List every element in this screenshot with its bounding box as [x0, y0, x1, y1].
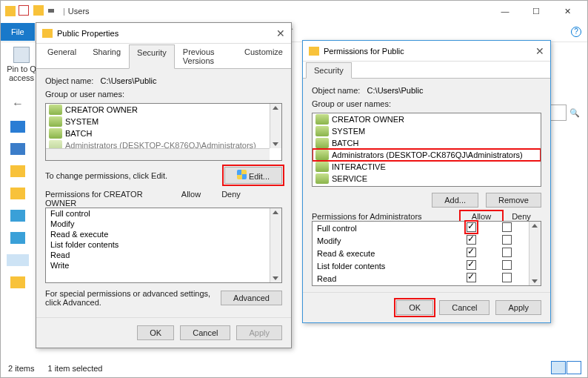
advanced-button[interactable]: Advanced [221, 291, 282, 305]
selection-count: 1 item selected [47, 364, 102, 373]
group-icon [315, 173, 329, 184]
add-button[interactable]: Add... [432, 193, 478, 208]
tab-previous-versions[interactable]: Previous Versions [175, 44, 236, 68]
group-icon [315, 150, 329, 160]
group-icon [315, 114, 329, 125]
search-icon[interactable]: 🔍 [569, 108, 580, 118]
deny-read-checkbox[interactable] [502, 273, 512, 282]
folder-icon [309, 47, 319, 56]
close-button[interactable]: ✕ [552, 2, 583, 20]
scrollbar-vertical[interactable] [270, 104, 281, 148]
tab-general[interactable]: General [39, 44, 84, 68]
remove-button[interactable]: Remove [486, 193, 541, 208]
permissions-for-label: Permissions for Administrators [312, 212, 461, 221]
allow-read-execute-checkbox[interactable] [467, 248, 476, 257]
thispc-icon[interactable] [10, 143, 25, 155]
tab-customize[interactable]: Customize [236, 44, 291, 68]
pin-quick-access[interactable]: Pin to Q access [5, 47, 38, 82]
allow-list-folder-checkbox[interactable] [467, 260, 476, 270]
permissions-list: Full control Modify Read & execute List … [312, 221, 541, 286]
object-path: C:\Users\Public [101, 76, 157, 85]
file-tab[interactable]: File [1, 23, 35, 41]
scrollbar-vertical[interactable] [270, 208, 281, 282]
selected-folder[interactable] [7, 254, 29, 266]
group-icon [49, 105, 62, 115]
qa-folder-icon[interactable] [33, 5, 44, 16]
details-view-icon[interactable] [551, 361, 566, 374]
allow-modify-checkbox[interactable] [467, 235, 476, 245]
object-name-label: Object name: [45, 76, 93, 85]
shield-icon [237, 170, 247, 179]
folder-icon[interactable] [10, 188, 25, 199]
folder-icon [5, 6, 16, 16]
folder-icon[interactable] [10, 165, 25, 177]
deny-header: Deny [501, 212, 541, 221]
allow-header: Allow [461, 212, 501, 221]
group-icon [315, 138, 329, 148]
folder-icon [42, 29, 53, 38]
maximize-button[interactable]: ☐ [521, 2, 552, 20]
object-path: C:\Users\Public [367, 86, 424, 95]
tab-security[interactable]: Security [306, 62, 352, 79]
status-bar: 2 items 1 item selected [8, 364, 102, 373]
scrollbar-vertical[interactable] [529, 222, 541, 285]
deny-list-folder-checkbox[interactable] [502, 260, 512, 270]
edit-button[interactable]: Edit... [224, 167, 282, 184]
advanced-hint: For special permissions or advanced sett… [45, 289, 221, 307]
pictures-icon[interactable] [10, 232, 25, 244]
back-button[interactable]: ← [12, 97, 24, 110]
group-icon [49, 140, 62, 148]
allow-header: Allow [171, 190, 211, 208]
apply-button[interactable]: Apply [236, 325, 282, 340]
allow-full-control-checkbox[interactable] [467, 222, 476, 232]
object-name-label: Object name: [312, 86, 360, 95]
close-icon[interactable]: ✕ [276, 27, 285, 39]
group-icon [315, 162, 329, 172]
tabs: General Sharing Security Previous Versio… [36, 44, 291, 69]
permissions-list: Full control Modify Read & execute List … [45, 208, 282, 283]
close-icon[interactable]: ✕ [535, 45, 544, 57]
group-icon [49, 128, 62, 139]
deny-read-execute-checkbox[interactable] [502, 248, 512, 257]
item-count: 2 items [8, 364, 34, 373]
cancel-button[interactable]: Cancel [180, 325, 230, 340]
principal-administrators[interactable]: Administrators (DESKTOP-CK876QJ\Administ… [313, 149, 541, 161]
scrollbar-horizontal[interactable] [46, 148, 270, 160]
chevron-down-icon[interactable] [48, 9, 54, 13]
cancel-button[interactable]: Cancel [439, 300, 490, 315]
music-icon[interactable] [10, 210, 25, 222]
help-icon[interactable]: ? [571, 27, 581, 37]
deny-full-control-checkbox[interactable] [502, 222, 512, 232]
nav-pane: ← [1, 97, 35, 288]
group-label: Group or user names: [312, 99, 541, 108]
properties-dialog: Public Properties ✕ General Sharing Secu… [36, 22, 292, 348]
permissions-dialog: Permissions for Public ✕ Security Object… [302, 40, 551, 323]
deny-modify-checkbox[interactable] [502, 235, 512, 245]
ok-button[interactable]: OK [396, 300, 433, 315]
window-title: Users [68, 7, 90, 16]
tab-sharing[interactable]: Sharing [84, 44, 129, 68]
group-icon [49, 116, 62, 127]
dialog-title: Permissions for Public [324, 47, 404, 56]
edit-hint: To change permissions, click Edit. [45, 171, 224, 180]
ok-button[interactable]: OK [137, 325, 174, 340]
group-icon [315, 126, 329, 136]
apply-button[interactable]: Apply [495, 300, 541, 315]
onedrive-icon[interactable] [10, 121, 25, 133]
principals-list[interactable]: CREATOR OWNER SYSTEM BATCH Administrator… [45, 103, 282, 161]
allow-read-checkbox[interactable] [467, 273, 476, 282]
principals-list[interactable]: CREATOR OWNER SYSTEM BATCH Administrator… [312, 113, 541, 187]
deny-header: Deny [211, 190, 251, 208]
permissions-for-label: Permissions for CREATOR OWNER [45, 190, 171, 208]
minimize-button[interactable]: — [490, 2, 521, 20]
folder-icon[interactable] [10, 276, 25, 288]
dialog-title: Public Properties [57, 29, 118, 38]
tab-security[interactable]: Security [129, 44, 175, 69]
quick-access-toolbar [19, 5, 54, 16]
icons-view-icon[interactable] [567, 361, 581, 374]
qa-icon[interactable] [19, 5, 29, 16]
group-label: Group or user names: [45, 90, 282, 99]
explorer-titlebar: | Users — ☐ ✕ [1, 1, 587, 21]
